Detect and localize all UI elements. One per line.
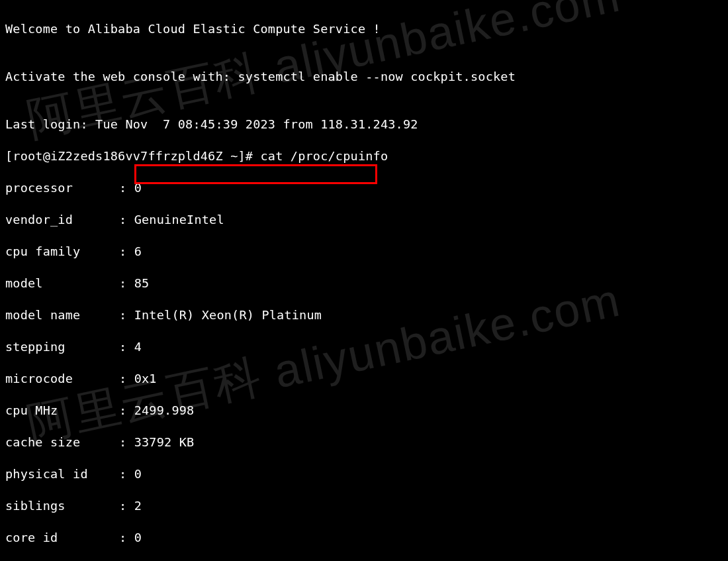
label: vendor_id: [5, 212, 119, 228]
separator: :: [119, 467, 134, 481]
last-login-line: Last login: Tue Nov 7 08:45:39 2023 from…: [5, 117, 723, 132]
value: GenuineIntel: [134, 213, 224, 227]
separator: :: [119, 308, 134, 322]
value: 0x1: [134, 372, 157, 385]
cpuinfo-cache-size: cache size: 33792 KB: [5, 434, 723, 450]
label: processor: [5, 180, 119, 196]
cpuinfo-stepping: stepping: 4: [5, 339, 723, 355]
cpuinfo-physical-id: physical id: 0: [5, 466, 723, 482]
value: 0: [134, 467, 142, 481]
value: 2499.998: [134, 403, 195, 417]
separator: :: [119, 499, 134, 513]
cpuinfo-microcode: microcode: 0x1: [5, 371, 723, 387]
separator: :: [119, 213, 134, 227]
separator: :: [119, 531, 134, 544]
label: model name: [5, 307, 119, 323]
label: cpu family: [5, 244, 119, 260]
value: 33792 KB: [134, 435, 195, 449]
cpuinfo-siblings: siblings: 2: [5, 498, 723, 514]
label: siblings: [5, 498, 119, 514]
cpuinfo-core-id: core id: 0: [5, 530, 723, 546]
label: model: [5, 276, 119, 291]
label: cpu MHz: [5, 403, 119, 419]
label: physical id: [5, 466, 119, 482]
separator: :: [119, 435, 134, 449]
label: microcode: [5, 371, 119, 387]
cpuinfo-cpu-mhz: cpu MHz: 2499.998: [5, 403, 723, 419]
prompt-line[interactable]: [root@iZ2zeds186vv7ffrzpld46Z ~]# cat /p…: [5, 148, 723, 164]
cpuinfo-model-name: model name: Intel(R) Xeon(R) Platinum: [5, 307, 723, 323]
value: Intel(R) Xeon(R) Platinum: [134, 308, 322, 322]
separator: :: [119, 403, 134, 417]
value: 6: [134, 244, 142, 258]
label: stepping: [5, 339, 119, 355]
separator: :: [119, 244, 134, 258]
value: 2: [134, 499, 142, 513]
cpuinfo-vendor-id: vendor_id: GenuineIntel: [5, 212, 723, 228]
separator: :: [119, 181, 134, 195]
value: 85: [134, 276, 150, 290]
separator: :: [119, 340, 134, 354]
label: core id: [5, 530, 119, 546]
separator: :: [119, 276, 134, 290]
cpuinfo-processor: processor: 0: [5, 180, 723, 196]
cpuinfo-cpu-family: cpu family: 6: [5, 244, 723, 260]
terminal-output: Welcome to Alibaba Cloud Elastic Compute…: [0, 0, 728, 561]
cpuinfo-model: model: 85: [5, 276, 723, 291]
activate-line: Activate the web console with: systemctl…: [5, 69, 723, 85]
value: 0: [134, 181, 142, 195]
welcome-line: Welcome to Alibaba Cloud Elastic Compute…: [5, 21, 723, 37]
label: cache size: [5, 434, 119, 450]
value: 0: [134, 531, 142, 544]
separator: :: [119, 372, 134, 385]
value: 4: [134, 340, 142, 354]
